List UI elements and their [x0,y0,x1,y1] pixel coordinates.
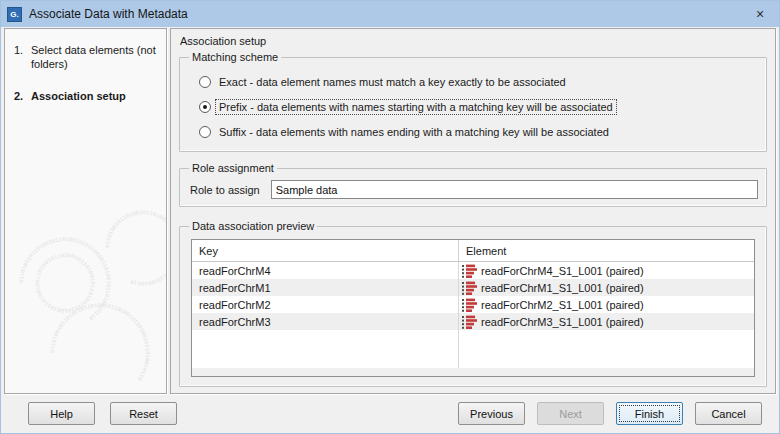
help-button[interactable]: Help [28,402,95,425]
role-assignment-title: Role assignment [189,162,277,174]
data-association-preview-group: Data association preview Key Element rea… [179,220,767,387]
role-row: Role to assign [188,180,758,199]
sequence-list-icon [462,315,477,329]
cancel-button[interactable]: Cancel [695,402,762,425]
table-header: Key Element [192,240,754,262]
data-association-preview-title: Data association preview [189,220,317,232]
svg-text:011010010110100101101001011010: 0110100101101001011010010110100101101001… [104,209,167,287]
svg-text:011010010110100101101001011010: 0110100101101001011010010110100101101001… [5,193,96,314]
table-row[interactable]: readForChrM3 readForChrM3_S1_L001 (paire… [192,313,754,330]
element-cell: readForChrM3_S1_L001 (paired) [481,316,644,328]
associate-data-dialog: G. Associate Data with Metadata × 1. Sel… [0,0,780,434]
sequence-list-icon [462,264,477,278]
role-to-assign-label: Role to assign [190,184,260,196]
matching-scheme-title: Matching scheme [189,51,281,63]
app-icon: G. [7,7,22,22]
titlebar[interactable]: G. Associate Data with Metadata × [1,1,779,27]
wizard-steps: 1. Select data elements (not folders) 2.… [5,29,166,103]
radio-label-prefix: Prefix - data elements with names starti… [216,100,616,114]
table-row[interactable]: readForChrM2 readForChrM2_S1_L001 (paire… [192,296,754,313]
table-viewport-filler [192,368,754,376]
sidebar-step-association-setup[interactable]: 2. Association setup [14,89,160,103]
step-label: Select data elements (not folders) [31,43,160,71]
left-buttons: Help Reset [28,402,177,425]
previous-button[interactable]: Previous [458,402,525,425]
radio-option-suffix[interactable]: Suffix - data elements with names ending… [199,124,758,139]
window-title: Associate Data with Metadata [29,7,188,21]
column-header-key[interactable]: Key [192,240,458,261]
key-cell: readForChrM2 [192,296,458,313]
panel-title: Association setup [180,35,767,47]
finish-button[interactable]: Finish [616,402,683,425]
right-buttons: Previous Next Finish Cancel [458,402,762,425]
role-to-assign-input[interactable] [271,180,758,199]
reset-button[interactable]: Reset [110,402,177,425]
sequence-list-icon [462,281,477,295]
key-cell: readForChrM3 [192,313,458,330]
sidebar-step-select-data[interactable]: 1. Select data elements (not folders) [14,43,160,71]
preview-table: Key Element readForChrM4 readForChrM4_S1… [191,239,755,377]
radio-icon[interactable] [199,126,211,138]
role-assignment-group: Role assignment Role to assign [179,162,767,207]
step-number: 1. [14,43,31,71]
table-row[interactable]: readForChrM4 readForChrM4_S1_L001 (paire… [192,262,754,279]
step-label: Association setup [31,89,126,103]
next-button: Next [537,402,604,425]
dialog-content: 1. Select data elements (not folders) 2.… [1,27,779,396]
wizard-sidebar: 1. Select data elements (not folders) 2.… [4,28,167,394]
matching-scheme-group: Matching scheme Exact - data element nam… [179,51,767,152]
association-setup-panel: Association setup Matching scheme Exact … [170,28,776,394]
table-row[interactable]: readForChrM1 readForChrM1_S1_L001 (paire… [192,279,754,296]
step-number: 2. [14,89,31,103]
radio-label-suffix: Suffix - data elements with names ending… [216,125,612,139]
close-icon[interactable]: × [747,1,773,27]
radio-label-exact: Exact - data element names must match a … [216,75,569,89]
radio-option-exact[interactable]: Exact - data element names must match a … [199,74,758,89]
dialog-button-bar: Help Reset Previous Next Finish Cancel [1,396,779,433]
element-cell: readForChrM2_S1_L001 (paired) [481,299,644,311]
radio-option-prefix[interactable]: Prefix - data elements with names starti… [199,99,758,114]
sequence-list-icon [462,298,477,312]
element-cell: readForChrM1_S1_L001 (paired) [481,282,644,294]
element-cell: readForChrM4_S1_L001 (paired) [481,265,644,277]
binary-swirl-watermark: 0110100101101001011010010110100101101001… [5,193,167,393]
column-header-element[interactable]: Element [458,240,754,261]
table-empty-area [192,330,754,368]
radio-icon[interactable] [199,76,211,88]
key-cell: readForChrM1 [192,279,458,296]
radio-icon-selected[interactable] [199,101,211,113]
key-cell: readForChrM4 [192,262,458,279]
